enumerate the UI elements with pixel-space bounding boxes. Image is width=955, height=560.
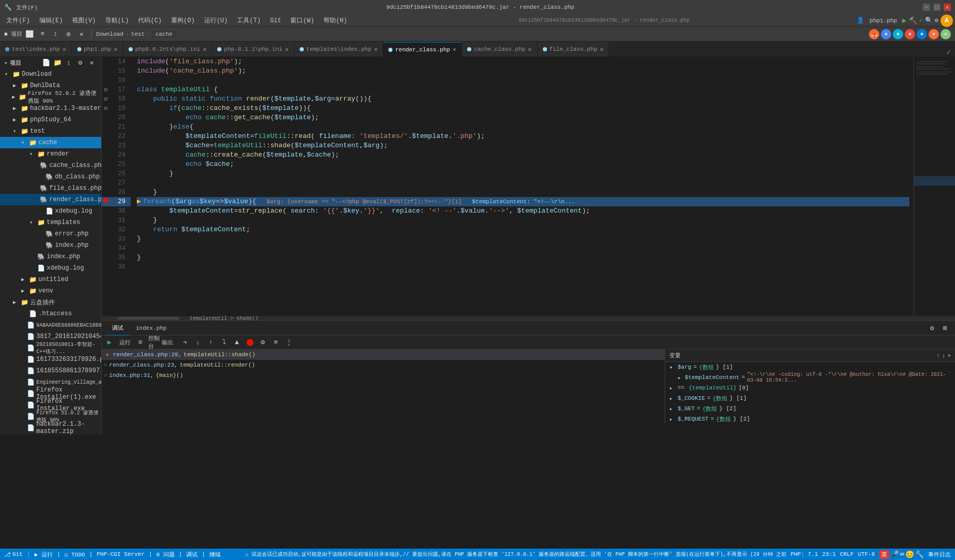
fold-19[interactable]: ⊟ [102,105,110,111]
horizontal-scrollbar[interactable]: templateUtil > shade() [102,316,955,320]
sidebar-item-jar[interactable]: 📄 9ABAAD8E68806EBAC1088... [0,319,101,331]
tab-render-class[interactable]: render_class.php ✕ [383,42,462,57]
window-controls[interactable]: ─ □ ✕ [923,4,951,11]
var-expand-arg[interactable]: ▾ [669,364,676,371]
tab-close-php8[interactable]: ✕ [203,46,206,53]
var-expand-request[interactable]: ▸ [669,416,676,423]
sidebar-item-hackbar-zip[interactable]: 📄 hackbar2.1.3-master.zip [0,422,101,433]
debug-evaluate[interactable]: ▲ [231,337,243,348]
sidebar-arrow[interactable]: ▾ [4,60,8,66]
bottom-tab-debug[interactable]: 调试 [106,321,130,335]
tab-cache-class[interactable]: cache_class.php ✕ [462,42,537,57]
sidebar-btn-expand-all[interactable]: ↕ [64,58,74,68]
vars-up-btn[interactable]: ↑ [936,353,940,359]
sidebar-item-untitled[interactable]: ▶ 📁 untitled [0,274,101,285]
scrollbar-thumb-h[interactable] [117,317,179,320]
tab-php8[interactable]: php8.0.2nts\php.ini ✕ [123,42,213,57]
tab-close-templates[interactable]: ✕ [374,46,377,53]
status-debug[interactable]: 调试 [186,551,198,558]
debug-step-into[interactable]: ↓ [192,337,204,348]
fold-17[interactable]: ⊟ [102,87,110,93]
call-stack-item-0[interactable]: 🔸 render_class.php:29, templateUtil::sha… [102,349,665,360]
sidebar-item-index-php3[interactable]: ▶ 🐘 index.php [0,251,101,262]
sidebar-item-xdebug-log[interactable]: ▶ 📄 xdebug.log [0,205,101,217]
user-icon[interactable]: 👤 [856,17,864,24]
sidebar-item-pdf1[interactable]: 📄 1617332633178926.pdf [0,354,101,365]
tab-test-index[interactable]: test\index.php ✕ [0,42,72,57]
toolbar-btn-collapse[interactable]: ⬜ [24,29,35,40]
breadcrumb-test[interactable]: test [131,31,145,37]
menu-run[interactable]: 运行(U) [200,15,232,26]
sidebar-item-test[interactable]: ▾ 📁 test [0,125,101,137]
var-expand-cookie[interactable]: ▸ [669,395,676,402]
browser-ie[interactable]: ● [917,29,927,39]
menu-window[interactable]: 窗口(W) [286,15,318,26]
build-button[interactable]: 🔨 [909,17,917,25]
menu-code[interactable]: 代码(C) [134,15,166,26]
sidebar-item-index-php2[interactable]: ▶ 🐘 index.php [0,240,101,251]
status-git[interactable]: ⎇ Git [4,551,23,558]
ime-cn[interactable]: 英 [879,550,889,559]
sidebar-btn-settings[interactable]: ⚙ [75,58,86,68]
breadcrumb-cache[interactable]: cache [152,31,176,38]
var-template-content[interactable]: ▸ $templateContent = "<!-\r\n# -coding: … [665,372,955,383]
close-button[interactable]: ✕ [944,4,951,11]
tab-close-php1[interactable]: ✕ [114,46,117,53]
menu-refactor[interactable]: 重构(O) [167,15,199,26]
browser-edge[interactable]: ● [893,29,903,39]
sidebar-item-db-class[interactable]: ▶ 🐘 db_class.php [0,171,101,183]
vars-down-btn[interactable]: ↓ [942,353,946,359]
sidebar-btn-new-folder[interactable]: 📁 [52,58,63,68]
sidebar-item-xdebug-log2[interactable]: ▶ 📄 xdebug.log [0,262,101,274]
ime-mic[interactable]: 🎤 [890,550,899,559]
sidebar-item-cache-class[interactable]: ▶ 🐘 cache_class.php [0,160,101,171]
debug-settings2[interactable]: ⚙ [257,337,269,348]
browser-chrome[interactable]: ● [881,29,891,39]
tab-close-file[interactable]: ✕ [600,46,603,53]
breadcrumb-download[interactable]: Download [96,31,123,37]
status-php-cgi[interactable]: PHP-CGI Server [97,551,145,557]
var-cookie[interactable]: ▸ $_COOKIE = {数组 } [1] [665,393,955,403]
debug-settings-btn[interactable]: ⚙ [926,323,938,334]
toolbar-btn-settings[interactable]: ⚙ [63,29,74,40]
status-running[interactable]: ▶ 运行 [34,551,52,558]
status-encoding[interactable]: UTF-8 [858,551,875,557]
browser-firefox[interactable]: 🦊 [869,29,879,39]
status-todo[interactable]: ☑ TODO [64,551,85,558]
call-stack-item-1[interactable]: ○ render_class.php:23, templateUtil::ren… [102,360,665,370]
debug-stop-all[interactable]: ⊘ [135,337,146,348]
debug-play-btn[interactable]: ▶ [104,337,115,348]
tab-php81[interactable]: php-8.1.1\php.ini ✕ [212,42,294,57]
tab-close-cache[interactable]: ✕ [528,46,531,53]
var-expand-tc[interactable]: ▸ [678,374,683,381]
var-expand-get[interactable]: ▸ [669,405,676,412]
tab-file-class[interactable]: file_class.php ✕ [538,42,610,57]
call-stack-item-2[interactable]: ○ index.php:31, {main}() [102,370,665,381]
sidebar-item-yunpan[interactable]: ▶ 📁 云盘插件 [0,297,101,308]
avatar[interactable]: A [940,15,953,27]
editor-area[interactable]: 14 15 16 ⊟ 17 ⊟ [102,57,955,316]
status-continue[interactable]: 继续 [209,551,221,558]
sidebar-item-phpstudy[interactable]: ▶ 📁 phpStudy_64 [0,114,101,125]
ime-settings[interactable]: 🔧 [915,550,924,559]
var-request[interactable]: ▸ $_REQUEST = {数组 } [2] [665,414,955,424]
vars-add-btn[interactable]: + [947,353,951,359]
browser-opera[interactable]: ● [905,29,915,39]
var-arg[interactable]: ▾ $arg = {数组 } [1] [665,362,955,372]
sidebar-item-firefox52[interactable]: ▶ 📁 Firefox 52.0.2 渗透便携版 90% [0,91,101,103]
ime-keyboard[interactable]: ⌨ [900,550,904,559]
maximize-button[interactable]: □ [933,4,940,11]
menu-git[interactable]: Git [266,16,286,25]
code-content[interactable]: include('file_class.php'); include('cach… [131,57,914,316]
debug-expand-btn[interactable]: ⊞ [939,323,951,334]
sidebar-item-venv[interactable]: ▶ 📁 venv [0,285,101,297]
php-version[interactable]: php1.php [866,17,900,25]
menu-edit[interactable]: 编辑(E) [35,15,67,26]
sidebar-item-cache[interactable]: ▾ 📁 cache [0,137,101,148]
toolbar-btn-sort[interactable]: ↕ [50,29,61,40]
breakpoint-29[interactable] [102,198,110,205]
tab-templates-index[interactable]: templates\index.php ✕ [294,42,384,57]
sidebar-item-render[interactable]: ▾ 📁 render [0,148,101,160]
status-problems[interactable]: 0 问题 [157,551,175,558]
search-button[interactable]: 🔍 [925,17,933,24]
